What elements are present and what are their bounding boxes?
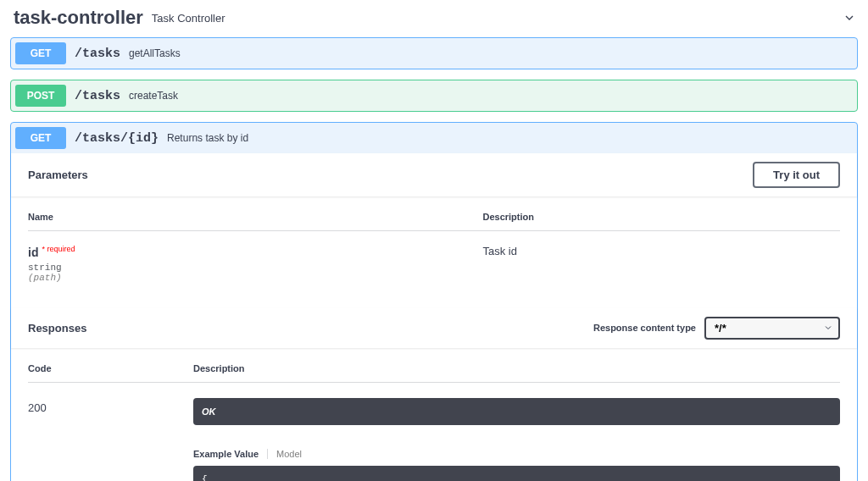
parameter-type: string <box>28 263 482 273</box>
tab-model[interactable]: Model <box>267 449 310 459</box>
column-header-code: Code <box>28 363 193 373</box>
content-type-select[interactable]: */* <box>704 317 840 340</box>
tag-description: Task Controller <box>152 12 841 25</box>
operation-description: createTask <box>129 90 178 102</box>
parameter-name-cell: idrequired string (path) <box>28 245 482 283</box>
response-code: 200 <box>28 398 193 481</box>
method-badge: POST <box>15 85 66 107</box>
example-value-code[interactable]: { "createdDate": "2020-02-18T19:14:41.61… <box>193 466 840 481</box>
responses-title: Responses <box>28 322 593 334</box>
operation-summary[interactable]: POST /tasks createTask <box>11 80 857 111</box>
operation-path: /tasks/{id} <box>75 131 159 146</box>
parameter-name: id <box>28 246 38 259</box>
operation-get-task-by-id: GET /tasks/{id} Returns task by id Param… <box>10 122 858 481</box>
content-type-select-wrap: */* <box>704 317 840 340</box>
method-badge: GET <box>15 42 66 64</box>
chevron-down-icon <box>841 9 858 26</box>
operation-description: Returns task by id <box>167 132 248 144</box>
column-header-description: Description <box>193 363 840 373</box>
parameters-header: Parameters Try it out <box>11 153 857 196</box>
parameter-in: (path) <box>28 273 482 283</box>
parameter-description: Task id <box>482 245 840 283</box>
operation-description: getAllTasks <box>129 47 181 59</box>
responses-header: Responses Response content type */* <box>11 308 857 348</box>
table-header-row: Code Description <box>28 363 840 383</box>
try-it-out-button[interactable]: Try it out <box>753 162 840 188</box>
column-header-name: Name <box>28 212 482 222</box>
tag-name: task-controller <box>14 7 143 29</box>
parameters-title: Parameters <box>28 169 753 181</box>
operation-path: /tasks <box>75 47 120 61</box>
model-tabs: Example ValueModel <box>193 449 840 459</box>
responses-table: Code Description 200 OK Example ValueMod… <box>11 348 857 481</box>
table-header-row: Name Description <box>28 212 840 231</box>
operation-post-tasks: POST /tasks createTask <box>10 80 858 112</box>
operation-summary[interactable]: GET /tasks/{id} Returns task by id <box>11 123 857 153</box>
response-message: OK <box>193 398 840 425</box>
operation-summary[interactable]: GET /tasks getAllTasks <box>11 38 857 69</box>
response-row: 200 OK Example ValueModel { "createdDate… <box>28 398 840 481</box>
content-type-label: Response content type <box>593 323 696 333</box>
operation-get-tasks: GET /tasks getAllTasks <box>10 37 858 69</box>
tab-example-value[interactable]: Example Value <box>193 449 267 459</box>
parameter-required-badge: required <box>42 245 75 253</box>
tag-header[interactable]: task-controller Task Controller <box>10 0 858 37</box>
parameters-table: Name Description idrequired string (path… <box>11 196 857 308</box>
parameter-row: idrequired string (path) Task id <box>28 245 840 283</box>
operation-path: /tasks <box>75 89 120 103</box>
column-header-description: Description <box>482 212 840 222</box>
operation-body: Parameters Try it out Name Description i… <box>11 153 857 481</box>
response-description-cell: OK Example ValueModel { "createdDate": "… <box>193 398 840 481</box>
method-badge: GET <box>15 127 66 149</box>
